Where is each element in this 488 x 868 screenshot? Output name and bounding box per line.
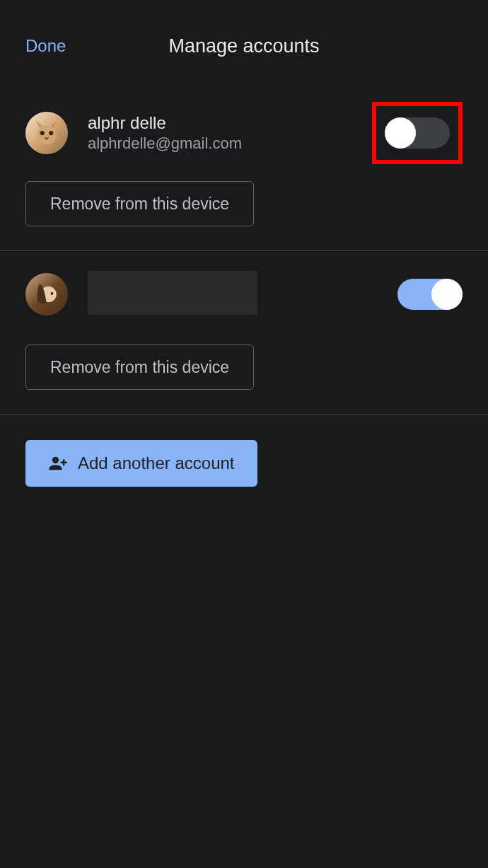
person-add-icon	[48, 453, 68, 473]
remove-button[interactable]: Remove from this device	[25, 345, 254, 390]
toggle-knob	[385, 117, 416, 149]
page-title: Manage accounts	[168, 35, 319, 57]
add-section: Add another account	[0, 415, 488, 512]
account-toggle[interactable]	[397, 279, 463, 310]
blurred-account-info	[88, 271, 257, 315]
toggle-wrapper	[397, 279, 463, 310]
account-toggle[interactable]	[385, 117, 450, 149]
svg-point-5	[52, 457, 59, 463]
done-button[interactable]: Done	[25, 36, 66, 56]
account-row	[25, 271, 463, 318]
avatar-icon	[29, 115, 64, 151]
remove-button[interactable]: Remove from this device	[25, 181, 254, 226]
account-section-0: alphr delle alphrdelle@gmail.com Remove …	[0, 92, 488, 251]
avatar	[25, 273, 68, 316]
add-account-button[interactable]: Add another account	[25, 440, 257, 487]
svg-point-0	[37, 125, 57, 145]
toggle-wrapper	[372, 102, 463, 164]
account-row: alphr delle alphrdelle@gmail.com	[25, 112, 463, 154]
avatar	[25, 112, 68, 154]
highlight-annotation	[372, 102, 463, 164]
header: Done Manage accounts	[0, 0, 488, 92]
svg-point-2	[49, 131, 53, 135]
toggle-knob	[431, 279, 463, 310]
svg-point-4	[51, 292, 54, 295]
account-section-1: Remove from this device	[0, 251, 488, 415]
avatar-icon	[29, 277, 64, 312]
add-button-label: Add another account	[78, 453, 235, 473]
svg-point-1	[40, 131, 45, 135]
